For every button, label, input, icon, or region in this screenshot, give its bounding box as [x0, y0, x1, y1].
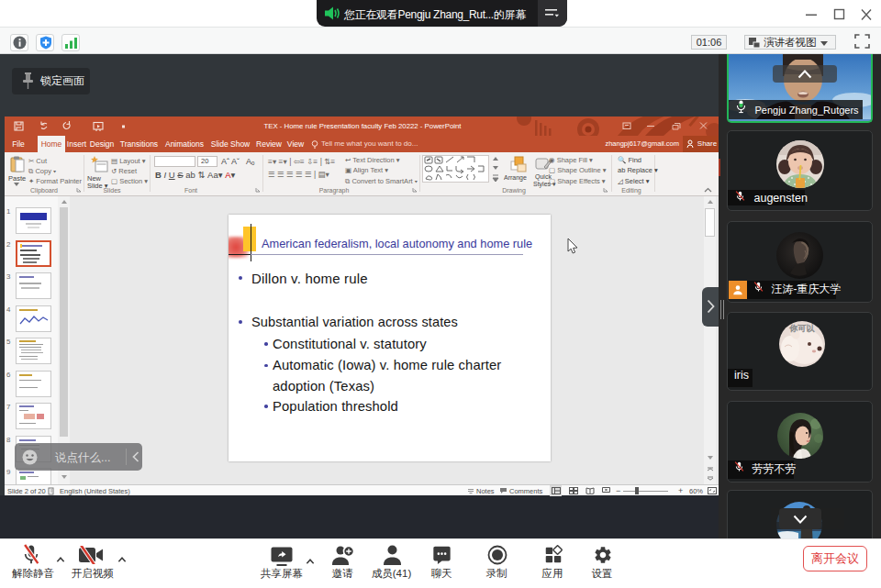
svg-text:你可以: 你可以 [789, 324, 816, 333]
